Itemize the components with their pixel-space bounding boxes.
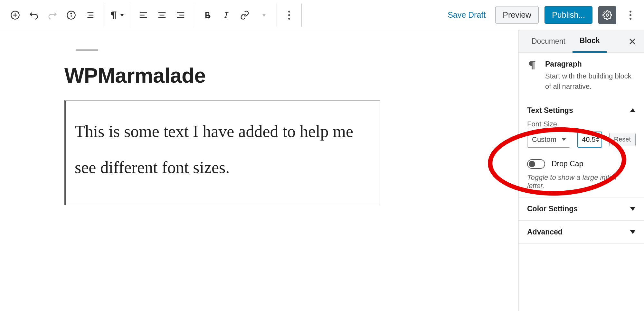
chevron-down-icon xyxy=(120,14,124,16)
preview-button[interactable]: Preview xyxy=(495,6,539,24)
chevron-up-icon xyxy=(630,108,636,112)
block-type-button[interactable] xyxy=(108,7,125,23)
publish-button[interactable]: Publish... xyxy=(545,6,592,24)
toolbar-group-blocktype xyxy=(103,4,130,27)
editor-more-button[interactable] xyxy=(622,6,639,24)
number-spinner-icon xyxy=(596,137,600,142)
toolbar-group-more xyxy=(277,4,302,27)
chevron-down-icon xyxy=(262,14,266,16)
tab-block[interactable]: Block xyxy=(573,31,607,53)
redo-button[interactable] xyxy=(44,7,61,23)
save-draft-link[interactable]: Save Draft xyxy=(444,8,489,22)
panel-header-text-settings[interactable]: Text Settings xyxy=(527,106,636,115)
drop-cap-row: Drop Cap xyxy=(527,159,636,169)
panel-advanced: Advanced xyxy=(519,221,644,244)
block-more-button[interactable] xyxy=(281,6,298,24)
chevron-down-icon xyxy=(630,230,636,234)
italic-button[interactable] xyxy=(218,7,234,23)
toolbar-group-format xyxy=(194,4,277,27)
paragraph-icon xyxy=(527,60,538,71)
panel-color-settings: Color Settings xyxy=(519,197,644,221)
font-size-row: Custom 40.5 Reset xyxy=(527,132,636,148)
panel-header-color-settings[interactable]: Color Settings xyxy=(527,205,636,213)
chevron-down-icon xyxy=(630,207,636,211)
align-left-button[interactable] xyxy=(135,7,152,23)
panel-header-advanced[interactable]: Advanced xyxy=(527,228,636,236)
link-button[interactable] xyxy=(236,7,253,23)
settings-button[interactable] xyxy=(598,6,616,24)
panel-text-settings: Text Settings Font Size Custom 40.5 Rese… xyxy=(519,99,644,197)
toolbar-group-history xyxy=(4,4,103,27)
editor-canvas: WPMarmalade This is some text I have add… xyxy=(0,30,518,311)
svg-point-21 xyxy=(606,14,609,16)
settings-sidebar: Document Block Paragraph Start with the … xyxy=(518,30,644,311)
chevron-down-icon xyxy=(562,138,566,141)
outline-button[interactable] xyxy=(81,7,98,23)
svg-point-5 xyxy=(71,13,72,14)
panel-title: Color Settings xyxy=(527,205,578,213)
sidebar-tabs: Document Block xyxy=(519,30,644,53)
tab-document[interactable]: Document xyxy=(525,30,573,52)
font-size-label: Font Size xyxy=(527,120,636,128)
title-divider xyxy=(76,50,98,50)
toolbar-group-align xyxy=(130,4,194,27)
add-block-button[interactable] xyxy=(7,7,24,23)
drop-cap-toggle[interactable] xyxy=(527,159,545,169)
font-size-preset-value: Custom xyxy=(532,135,556,144)
font-size-preset-select[interactable]: Custom xyxy=(527,132,570,148)
post-title[interactable]: WPMarmalade xyxy=(64,63,380,87)
drop-cap-label: Drop Cap xyxy=(552,160,583,168)
panel-title: Advanced xyxy=(527,228,563,236)
drop-cap-description: Toggle to show a large initial letter. xyxy=(527,173,636,190)
panel-block-info: Paragraph Start with the building block … xyxy=(519,53,644,99)
block-type-title: Paragraph xyxy=(545,60,636,69)
undo-button[interactable] xyxy=(25,7,42,23)
align-center-button[interactable] xyxy=(154,7,170,23)
panel-title: Text Settings xyxy=(527,106,573,115)
bold-button[interactable] xyxy=(199,7,216,23)
align-right-button[interactable] xyxy=(172,7,189,23)
close-sidebar-button[interactable] xyxy=(627,36,638,47)
more-vertical-icon xyxy=(288,11,290,20)
editor-toolbar: Save Draft Preview Publish... xyxy=(0,0,644,30)
toolbar-left xyxy=(4,0,444,30)
font-size-value: 40.5 xyxy=(582,135,596,144)
font-size-number-input[interactable]: 40.5 xyxy=(577,132,602,148)
block-type-description: Start with the building block of all nar… xyxy=(545,71,636,92)
paragraph-block[interactable]: This is some text I have added to help m… xyxy=(64,100,380,205)
toolbar-right: Save Draft Preview Publish... xyxy=(444,6,639,24)
font-size-reset-button[interactable]: Reset xyxy=(609,133,636,146)
format-more-button[interactable] xyxy=(255,7,272,23)
more-vertical-icon xyxy=(630,11,631,20)
info-button[interactable] xyxy=(63,7,80,23)
